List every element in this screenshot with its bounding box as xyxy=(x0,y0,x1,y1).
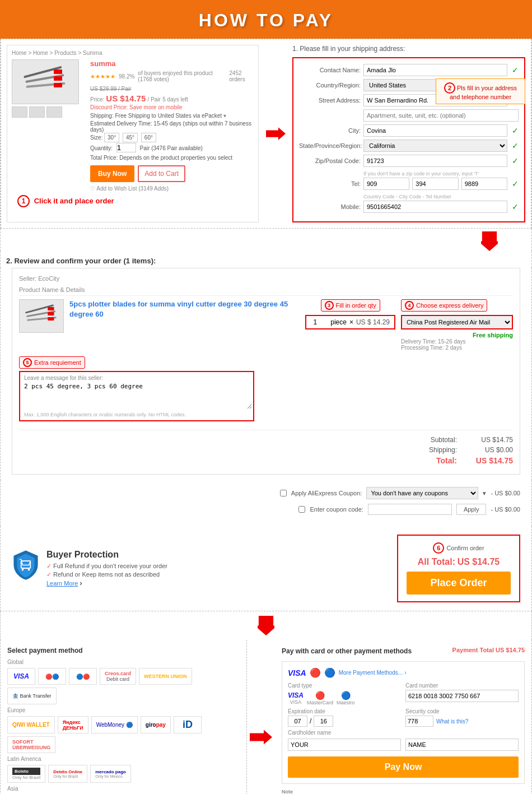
security-field: Security code What is this? xyxy=(405,708,519,727)
cardholder-last-name-input[interactable] xyxy=(405,739,519,751)
total-note: Depends on the product properties you se… xyxy=(119,155,232,161)
product-thumb-3[interactable] xyxy=(46,106,62,118)
expiry-year-input[interactable] xyxy=(314,716,333,727)
expiry-separator: / xyxy=(310,717,311,725)
note-label: Note xyxy=(282,788,525,794)
payment-sofort[interactable]: SOFORTÜBERWEISUNG xyxy=(7,736,55,753)
security-code-input[interactable] xyxy=(405,716,433,727)
more-methods-text: More Payment Methods... xyxy=(339,670,403,676)
cardholder-row xyxy=(288,739,519,751)
step1-text: Click it and place order xyxy=(34,197,114,205)
payment-mastercard[interactable]: 🔴🔵 xyxy=(38,668,66,685)
more-methods-link[interactable]: More Payment Methods... › xyxy=(339,670,407,676)
tel-number-input[interactable] xyxy=(461,178,507,190)
order-product-name: 5pcs plotter blades for summa vinyl cutt… xyxy=(69,299,300,319)
pay-now-button[interactable]: Pay Now xyxy=(288,756,519,778)
grand-total-label: Total: xyxy=(412,456,457,465)
city-input[interactable] xyxy=(363,124,507,137)
product-thumb-2[interactable] xyxy=(29,106,45,118)
protection-line1: Full Refund if you don't receive your or… xyxy=(46,563,167,570)
card-type-mc[interactable]: 🔴 MasterCard xyxy=(307,691,333,705)
zip-note: If you don't have a zip code in your cou… xyxy=(299,170,519,178)
all-total-row: All Total: US $14.75 xyxy=(407,557,511,567)
state-select[interactable]: California xyxy=(363,140,507,152)
payment-webmoney[interactable]: WebMoney 🔵 xyxy=(91,716,138,733)
size-30[interactable]: 30° xyxy=(104,133,119,142)
add-to-cart-button[interactable]: Add to Cart xyxy=(138,165,185,182)
payment-mercado[interactable]: mercado pago Only for Mexico xyxy=(90,765,131,783)
payment-section: Select payment method Global VISA 🔴🔵 🔵🔴 … xyxy=(0,640,532,794)
payment-total-value: US $14.75 xyxy=(496,647,525,653)
payment-western-union[interactable]: WESTERN UNION xyxy=(139,668,192,685)
section2-title: 2. Review and confirm your order (1 item… xyxy=(6,257,156,265)
payment-debit[interactable]: Creos.card Debit card xyxy=(100,668,136,685)
payment-qiwi[interactable]: QIWI WALLET xyxy=(7,716,55,733)
payment-boleto[interactable]: Boleto Only for Brazil xyxy=(7,765,45,783)
seller-row: Seller: EcoCity xyxy=(19,275,513,282)
product-panel: Home > Home > Products > Summa xyxy=(7,45,259,222)
payment-right-panel: Pay with card or other payment methods P… xyxy=(275,640,531,794)
delivery-time-text: Delivery Time: 15-26 days xyxy=(401,338,466,345)
qty-pair-text: Pair (3476 Pair available) xyxy=(140,145,203,151)
payment-yandex[interactable]: ЯндексДЕНЬГИ xyxy=(58,716,88,733)
form-row-contact: Contact Name: ✓ xyxy=(299,64,519,76)
chevron-down-icon: ▾ xyxy=(483,490,486,497)
payment-giropay[interactable]: giropay xyxy=(141,716,171,733)
type-mc-label: MasterCard xyxy=(307,700,333,705)
payment-arrow-right xyxy=(247,640,275,794)
total-label: Total Price: xyxy=(90,155,118,161)
card-type-maestro[interactable]: 🔵 Maestro xyxy=(337,691,355,705)
card-type-visa[interactable]: VISA VISA xyxy=(288,691,304,705)
order-qty-input[interactable] xyxy=(311,318,328,326)
card-number-input[interactable] xyxy=(405,690,519,702)
product-name-header: Product Name & Details xyxy=(19,286,85,293)
size-45[interactable]: 45° xyxy=(123,133,138,142)
grand-total-row: Total: US $14.75 xyxy=(19,456,513,465)
what-is-this-link[interactable]: What is this? xyxy=(436,718,468,725)
coupon-code-label: Enter coupon code: xyxy=(310,506,363,513)
wishlist-row[interactable]: ♡ Add to Wish List (3149 Adds) xyxy=(90,185,254,192)
latin-methods-grid: Boleto Only for Brazil Debito Online Onl… xyxy=(7,765,240,783)
payment-maestro[interactable]: 🔵🔴 xyxy=(69,668,97,685)
svg-rect-11 xyxy=(48,307,54,310)
product-thumb-1[interactable] xyxy=(12,106,27,118)
tel-prefix-input[interactable] xyxy=(412,178,458,190)
qty-input-product[interactable] xyxy=(116,143,136,152)
contact-name-input[interactable] xyxy=(363,64,507,76)
form-row-city: City: ✓ xyxy=(299,124,519,137)
yandex-logo: ЯндексДЕНЬГИ xyxy=(63,719,83,731)
message-textarea[interactable]: 2 pcs 45 degree, 3 pcs 60 degree xyxy=(21,381,252,409)
apply-button[interactable]: Apply xyxy=(456,504,487,515)
state-check-icon: ✓ xyxy=(512,141,519,150)
aliexpress-coupon-select[interactable]: You don't have any coupons xyxy=(366,487,478,499)
payment-visa[interactable]: VISA xyxy=(7,668,35,685)
star-icons: ★★★★★ xyxy=(90,73,115,80)
brand-name: summa xyxy=(90,59,254,68)
cardholder-label: Cardholder name xyxy=(288,730,519,736)
aliexpress-coupon-row: Apply AliExpress Coupon: You don't have … xyxy=(12,487,520,499)
delivery-label-badge: 4 Choose express delivery xyxy=(401,299,487,312)
place-order-button[interactable]: Place Order xyxy=(407,572,511,595)
coupon-code-discount: - US $0.00 xyxy=(491,506,520,513)
sofort-logo: SOFORTÜBERWEISUNG xyxy=(12,739,50,750)
payment-arrow-down-icon xyxy=(258,616,274,635)
payment-debito[interactable]: Debito Online Only for Brazil xyxy=(48,765,87,783)
mobile-input[interactable] xyxy=(363,201,507,213)
aliexpress-coupon-checkbox[interactable] xyxy=(280,490,287,496)
payment-group-europe: Europe xyxy=(7,707,240,713)
payment-ideal[interactable]: iD xyxy=(174,716,202,733)
card-number-label: Card number xyxy=(405,682,519,689)
cardholder-first-name-input[interactable] xyxy=(288,739,401,751)
apt-input[interactable] xyxy=(363,109,519,122)
coupon-code-checkbox[interactable] xyxy=(298,506,305,513)
learn-more-link[interactable]: Learn More xyxy=(46,580,78,587)
tel-area-input[interactable] xyxy=(363,178,409,190)
expiry-month-input[interactable] xyxy=(288,716,307,727)
size-60[interactable]: 60° xyxy=(141,133,156,142)
buy-now-button[interactable]: Buy Now xyxy=(90,165,134,182)
confirm-order-box: 6 Confirm order All Total: US $14.75 Pla… xyxy=(397,535,520,602)
zip-input[interactable] xyxy=(363,155,507,167)
delivery-select[interactable]: China Post Registered Air Mail xyxy=(401,315,513,329)
coupon-code-input[interactable] xyxy=(368,504,452,515)
payment-bank-transfer[interactable]: 🏦 Bank Transfer xyxy=(7,688,57,704)
